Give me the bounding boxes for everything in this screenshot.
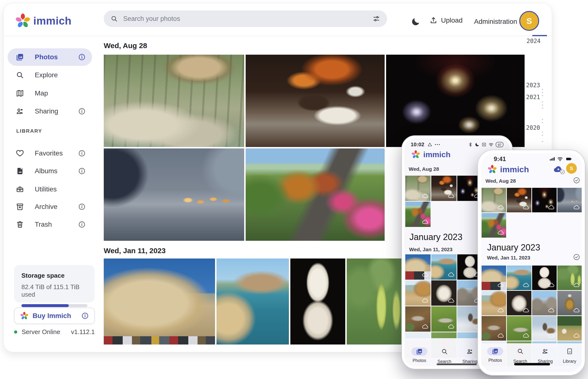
- phone-tab-library: Library: [563, 348, 576, 364]
- cloud-backup-icon: [573, 332, 580, 339]
- ellipsis-icon: [435, 144, 440, 145]
- phone-tab-sharing: Sharing: [462, 348, 477, 364]
- battery-icon: [565, 156, 573, 162]
- photo-autumn-dinner[interactable]: [246, 55, 385, 147]
- storage-card: Storage space 82.4 TiB of 115.1 TiB used: [14, 265, 95, 302]
- cloud-backup-icon: [548, 282, 555, 289]
- app-title: immich: [33, 15, 71, 27]
- thumb-white-rock: [507, 291, 531, 315]
- upload-button[interactable]: Upload: [429, 16, 463, 25]
- albums-icon: [16, 167, 24, 175]
- phone-app-logo: immich: [411, 150, 450, 159]
- phone-date-heading: Wed, Aug 28: [409, 166, 439, 172]
- library-icon: [566, 348, 573, 355]
- thumb-white-rock: [431, 280, 457, 306]
- cloud-backup-icon: [447, 271, 455, 278]
- select-all-check-icon: [573, 253, 580, 261]
- sidebar-item-trash[interactable]: Trash: [8, 216, 92, 233]
- select-all-check-icon: [573, 177, 580, 184]
- search-filter-icon[interactable]: [372, 15, 380, 23]
- thumb-fortress: [405, 254, 430, 280]
- timeline-tick: [542, 141, 543, 142]
- photo-green-berries[interactable]: [347, 258, 403, 345]
- photo-holding-hands[interactable]: [104, 148, 244, 241]
- immich-logo-icon: [20, 312, 29, 320]
- no-sim-icon: [482, 142, 486, 147]
- sidebar-item-albums[interactable]: Albums: [8, 162, 92, 180]
- thumb-lizard-moss: [507, 316, 531, 341]
- photo-coastal-fort[interactable]: [217, 258, 289, 345]
- iphone-screen: 9:41 immich S Wed, Aug 28 January 2023: [481, 153, 582, 372]
- explore-icon: [16, 71, 24, 79]
- cloud-backup-icon: [522, 307, 530, 314]
- cloud-backup-icon: [422, 297, 429, 304]
- thumb-bust: [532, 266, 557, 290]
- info-icon[interactable]: [78, 53, 86, 61]
- sidebar-item-photos[interactable]: Photos: [8, 48, 92, 66]
- sharing-icon: [16, 107, 24, 115]
- storage-progress: [21, 304, 87, 307]
- storage-usage: 82.4 TiB of 115.1 TiB used: [21, 283, 87, 298]
- immich-logo-icon: [411, 150, 420, 159]
- timeline-position-indicator[interactable]: [532, 35, 547, 36]
- thumb-dinner: [431, 176, 457, 201]
- theme-toggle-moon-icon[interactable]: [411, 17, 421, 27]
- map-icon: [16, 89, 24, 97]
- info-icon[interactable]: [78, 167, 86, 175]
- home-indicator: [514, 363, 550, 365]
- cloud-sync-icon: [553, 164, 564, 174]
- timeline-year[interactable]: 2020: [526, 124, 540, 131]
- battery-indicator: 97: [496, 142, 503, 147]
- thumb-coast: [431, 254, 457, 280]
- search-bar[interactable]: [104, 10, 387, 27]
- timeline-year[interactable]: 2023: [526, 82, 540, 89]
- storage-progress-fill: [21, 304, 69, 307]
- sidebar-item-archive[interactable]: Archive: [8, 198, 92, 216]
- timeline-year[interactable]: 2024: [526, 38, 540, 45]
- administration-link[interactable]: Administration: [474, 18, 517, 26]
- sharing-icon: [542, 348, 549, 355]
- status-time: 10:02: [411, 142, 424, 148]
- iphone-mockup: 9:41 immich S Wed, Aug 28 January 2023: [477, 150, 585, 376]
- sidebar-item-sharing[interactable]: Sharing: [8, 103, 92, 120]
- timeline-year[interactable]: 2021: [526, 94, 540, 101]
- photo-fortress[interactable]: [104, 258, 215, 345]
- timeline-tick: [542, 95, 543, 96]
- info-icon[interactable]: [78, 107, 86, 115]
- sidebar-item-map[interactable]: Map: [8, 85, 92, 102]
- search-icon: [441, 348, 448, 355]
- phone-bottom-nav: Photos Search Sharing Library: [481, 343, 582, 372]
- photo-marble-bust[interactable]: [290, 258, 345, 345]
- upload-label: Upload: [441, 16, 463, 24]
- user-avatar[interactable]: S: [519, 11, 539, 31]
- buy-immich-button[interactable]: Buy Immich: [14, 308, 95, 324]
- archive-icon: [16, 203, 24, 211]
- thumb-fortress: [482, 266, 506, 290]
- phone-tab-photos: Photos: [411, 347, 427, 363]
- trash-icon: [16, 220, 24, 229]
- sidebar-item-utilities[interactable]: Utilities: [8, 180, 92, 198]
- sidebar-item-explore[interactable]: Explore: [8, 66, 92, 84]
- signal-bars-icon: [549, 156, 556, 162]
- cloud-backup-icon: [422, 192, 429, 200]
- cloud-backup-icon: [573, 204, 580, 211]
- search-icon: [517, 348, 524, 355]
- photo-monkeys-zoo[interactable]: [104, 55, 244, 147]
- utilities-icon: [16, 185, 24, 193]
- photos-icon: [416, 348, 423, 355]
- info-icon[interactable]: [78, 149, 86, 157]
- cloud-backup-icon: [522, 332, 530, 339]
- cloud-backup-icon: [497, 282, 504, 289]
- timeline-tick: [542, 135, 543, 136]
- info-icon[interactable]: [78, 221, 86, 228]
- cloud-backup-icon: [522, 282, 530, 289]
- photos-icon: [16, 53, 24, 61]
- info-icon[interactable]: [81, 312, 89, 320]
- info-icon[interactable]: [78, 203, 86, 211]
- photo-autumn-path[interactable]: [246, 148, 385, 241]
- search-input[interactable]: [123, 15, 368, 23]
- sidebar-item-favorites[interactable]: Favorites: [8, 144, 92, 162]
- thumb-berries: [557, 266, 582, 290]
- photo-fireworks[interactable]: [386, 55, 524, 147]
- wifi-icon: [488, 142, 494, 147]
